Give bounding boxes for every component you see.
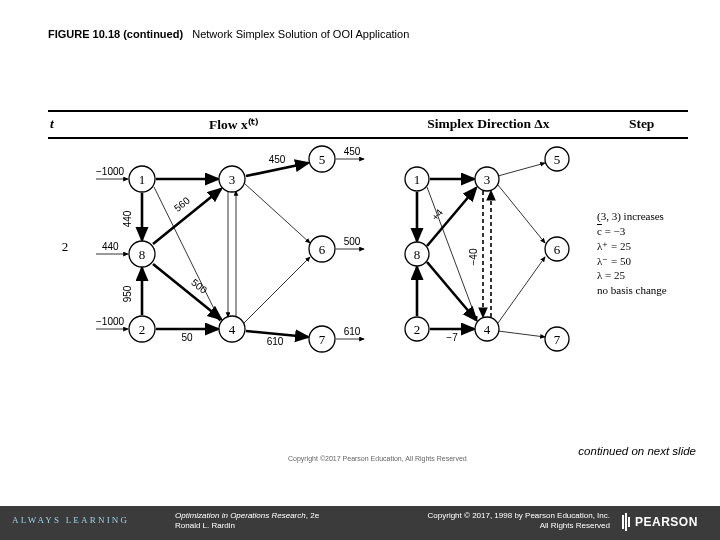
svg-text:610: 610 bbox=[267, 336, 284, 347]
svg-text:450: 450 bbox=[344, 146, 361, 157]
figure-content: t Flow x⁽ᵗ⁾ Simplex Direction Δx Step 2 … bbox=[48, 110, 688, 410]
cell-flow-graph: −1000 −1000 440 450 500 610 440 450 bbox=[82, 139, 382, 359]
step-lambda-minus: λ⁻ = 50 bbox=[597, 254, 688, 269]
svg-text:7: 7 bbox=[319, 332, 326, 347]
figure-label: FIGURE 10.18 (continued) bbox=[48, 28, 183, 40]
svg-text:3: 3 bbox=[229, 172, 236, 187]
svg-line-49 bbox=[498, 163, 545, 176]
svg-text:7: 7 bbox=[554, 332, 561, 347]
svg-line-50 bbox=[498, 185, 545, 243]
book-credit: Optimization in Operations Research, 2e … bbox=[175, 511, 319, 532]
figure-caption: Network Simplex Solution of OOI Applicat… bbox=[192, 28, 409, 40]
svg-text:3: 3 bbox=[484, 172, 491, 187]
logo-bar-icon bbox=[622, 515, 624, 529]
svg-text:8: 8 bbox=[414, 247, 421, 262]
logo-text: PEARSON bbox=[635, 515, 698, 529]
col-flow: Flow x⁽ᵗ⁾ bbox=[85, 112, 382, 138]
svg-line-51 bbox=[498, 257, 545, 323]
step-cbar: c = −3 bbox=[597, 224, 688, 239]
svg-text:−40: −40 bbox=[468, 248, 479, 265]
slide-page: FIGURE 10.18 (continued) Network Simplex… bbox=[0, 0, 720, 540]
svg-text:4: 4 bbox=[484, 322, 491, 337]
slide-footer: ALWAYS LEARNING Optimization in Operatio… bbox=[0, 506, 720, 540]
svg-text:500: 500 bbox=[344, 236, 361, 247]
logo-bar-icon bbox=[628, 517, 630, 527]
direction-network-diagram: −40 +4 −7 1 8 2 3 4 5 6 7 bbox=[382, 139, 597, 359]
svg-text:440: 440 bbox=[102, 241, 119, 252]
svg-line-14 bbox=[244, 257, 310, 323]
svg-line-22 bbox=[153, 189, 221, 244]
svg-text:2: 2 bbox=[139, 322, 146, 337]
step-nochange: no basis change bbox=[597, 283, 688, 298]
svg-line-13 bbox=[244, 183, 310, 243]
book-author: Ronald L. Rardin bbox=[175, 521, 235, 530]
table-header-row: t Flow x⁽ᵗ⁾ Simplex Direction Δx Step bbox=[48, 110, 688, 139]
svg-line-52 bbox=[498, 331, 545, 337]
t-value: 2 bbox=[48, 239, 82, 255]
figure-inner-copyright: Copyright ©2017 Pearson Education, All R… bbox=[288, 455, 467, 462]
cell-t: 2 bbox=[48, 139, 82, 359]
svg-text:1: 1 bbox=[139, 172, 146, 187]
svg-text:8: 8 bbox=[139, 247, 146, 262]
col-t: t bbox=[48, 112, 85, 138]
svg-line-60 bbox=[427, 262, 476, 320]
svg-text:−7: −7 bbox=[446, 332, 458, 343]
svg-text:560: 560 bbox=[172, 195, 192, 214]
svg-text:5: 5 bbox=[554, 152, 561, 167]
flow-network-diagram: −1000 −1000 440 450 500 610 440 450 bbox=[82, 139, 382, 359]
footer-copyright: Copyright © 2017, 1998 by Pearson Educat… bbox=[428, 511, 610, 532]
svg-text:2: 2 bbox=[414, 322, 421, 337]
svg-text:450: 450 bbox=[269, 154, 286, 165]
book-title: Optimization in Operations Research bbox=[175, 511, 306, 520]
step-lambda-plus: λ⁺ = 25 bbox=[597, 239, 688, 254]
step-lambda: λ = 25 bbox=[597, 268, 688, 283]
always-learning-tagline: ALWAYS LEARNING bbox=[12, 515, 129, 525]
svg-text:1: 1 bbox=[414, 172, 421, 187]
svg-text:4: 4 bbox=[229, 322, 236, 337]
svg-text:+4: +4 bbox=[429, 207, 445, 223]
svg-text:6: 6 bbox=[554, 242, 561, 257]
table-body-row: 2 −1000 −1000 440 450 500 610 bbox=[48, 139, 688, 359]
svg-text:950: 950 bbox=[122, 285, 133, 302]
step-line1: (3, 3) increases bbox=[597, 209, 688, 224]
cell-step-text: (3, 3) increases c = −3 λ⁺ = 25 λ⁻ = 50 … bbox=[597, 139, 688, 359]
col-step: Step bbox=[595, 112, 688, 138]
svg-line-24 bbox=[153, 264, 221, 319]
cell-direction-graph: −40 +4 −7 1 8 2 3 4 5 6 7 bbox=[382, 139, 597, 359]
svg-text:6: 6 bbox=[319, 242, 326, 257]
continued-note: continued on next slide bbox=[578, 445, 696, 457]
col-direction: Simplex Direction Δx bbox=[382, 112, 596, 138]
svg-text:440: 440 bbox=[122, 210, 133, 227]
svg-text:−1000: −1000 bbox=[96, 166, 125, 177]
svg-text:50: 50 bbox=[181, 332, 193, 343]
svg-text:610: 610 bbox=[344, 326, 361, 337]
svg-text:−1000: −1000 bbox=[96, 316, 125, 327]
logo-bar-icon bbox=[625, 513, 627, 531]
pearson-logo: PEARSON bbox=[622, 511, 708, 533]
figure-title: FIGURE 10.18 (continued) Network Simplex… bbox=[48, 28, 409, 40]
svg-text:5: 5 bbox=[319, 152, 326, 167]
